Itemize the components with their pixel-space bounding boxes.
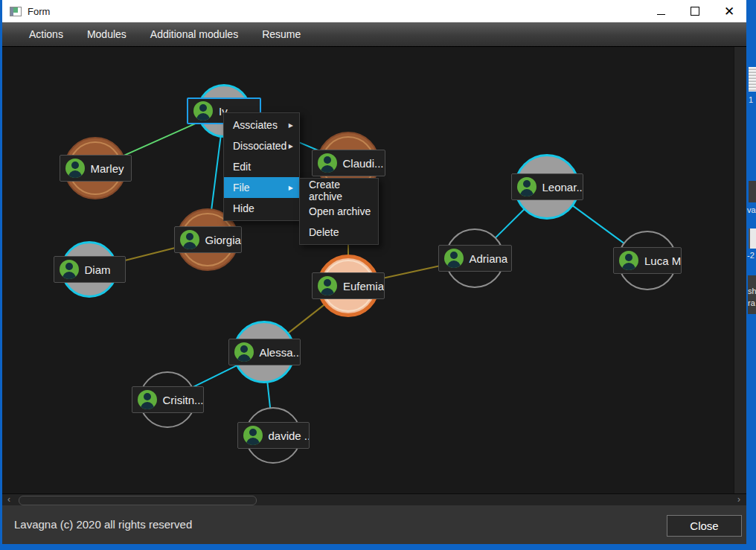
desktop-fragment [749,67,756,92]
node-label-alessa[interactable]: Alessa... [228,339,301,365]
node-label-text: Giorgia... [205,234,242,246]
app-icon [10,7,22,16]
submenu-arrow-icon: ▶ [289,143,293,150]
menu-item-label: Delete [309,226,339,238]
node-label-text: Claudi... [343,157,384,170]
submenu-arrow-icon: ▶ [289,122,293,129]
menubar-item-additional-modules[interactable]: Additional modules [142,28,246,40]
maximize-button[interactable] [678,0,712,22]
desktop-fragment: va [747,205,756,214]
person-icon [318,153,337,173]
person-icon [180,230,199,249]
horizontal-scrollbar[interactable]: ‹ › [2,493,746,505]
node-label-text: Alessa... [260,346,301,359]
close-button[interactable]: Close [667,515,742,537]
menu-item-hide[interactable]: Hide [224,198,299,219]
node-label-leonar[interactable]: Leonar... [511,173,583,200]
node-label-crisitn[interactable]: Crisitn... [132,386,204,413]
menu-item-dissociated[interactable]: Dissociated▶ [224,135,299,156]
menu-item-delete[interactable]: Delete [300,222,378,243]
menu-item-label: Edit [233,161,251,173]
node-label-text: Crisitn... [163,394,204,406]
menu-item-label: File [233,182,250,194]
copyright-text: Lavagna (c) 2020 all rights reserved [14,518,192,531]
person-icon [60,260,79,279]
person-icon [234,342,254,362]
scroll-left-icon[interactable]: ‹ [7,494,10,505]
context-submenu: Create archiveOpen archiveDelete [299,178,379,245]
node-label-text: Luca M... [644,255,682,267]
menubar-item-resume[interactable]: Resume [254,28,309,40]
node-label-text: Diam [85,263,111,276]
desktop-fragment [749,181,756,202]
maximize-icon [691,7,699,16]
node-label-text: Adriana [470,252,508,265]
status-bar: Lavagna (c) 2020 all rights reserved Clo… [2,505,746,544]
window-controls: ✕ [644,0,746,22]
menubar-item-actions[interactable]: Actions [21,28,71,40]
menubar-item-modules[interactable]: Modules [79,28,135,40]
context-menu: Assciates▶Dissociated▶EditFile▶Hide [223,112,300,221]
menu-item-create-archive[interactable]: Create archive [300,180,378,201]
person-icon [138,390,157,409]
node-label-text: Eufemia [343,280,384,292]
node-label-marley[interactable]: Marley [60,155,132,182]
menu-item-file[interactable]: File▶ [224,177,299,198]
desktop-fragment: sh [748,287,756,295]
person-icon [619,251,638,270]
person-icon [65,159,85,178]
horizontal-scrollbar-thumb[interactable] [19,496,257,505]
scroll-right-icon[interactable]: › [737,494,740,505]
person-icon [318,276,337,295]
person-icon [193,101,213,121]
node-label-text: Marley [91,162,124,175]
node-label-davide[interactable]: davide ... [237,422,310,449]
node-label-luca[interactable]: Luca M... [613,247,682,274]
menu-item-label: Dissociated [233,140,286,152]
menu-item-label: Create archive [309,179,372,202]
close-window-button[interactable]: ✕ [712,0,746,22]
node-label-giorgia[interactable]: Giorgia... [174,226,242,253]
window-title: Form [28,6,50,17]
graph-canvas[interactable]: Assciates▶Dissociated▶EditFile▶Hide Crea… [2,46,746,494]
title-bar: Form ✕ [2,0,746,22]
person-icon [444,249,464,268]
close-icon: ✕ [724,5,734,18]
menu-item-edit[interactable]: Edit [224,156,299,177]
node-label-eufemia[interactable]: Eufemia [312,272,385,299]
desktop-fragment [749,228,756,249]
menu-item-open-archive[interactable]: Open archive [300,201,378,222]
node-label-text: Leonar... [542,181,583,194]
desktop-fragment: 1 [749,95,753,104]
menu-item-label: Open archive [309,205,371,217]
node-label-claudi[interactable]: Claudi... [312,150,385,176]
submenu-arrow-icon: ▶ [289,185,293,191]
menu-item-assciates[interactable]: Assciates▶ [224,115,299,135]
menu-item-label: Hide [233,202,254,214]
menu-item-label: Assciates [233,119,278,131]
desktop-fragment: ra [748,298,755,307]
node-label-text: davide ... [269,429,310,442]
minimize-icon [657,14,665,15]
person-icon [243,426,263,445]
minimize-button[interactable] [644,0,678,22]
person-icon [517,177,536,196]
menu-bar: ActionsModulesAdditional modulesResume [2,22,746,46]
desktop-fragment: -2 [747,251,755,260]
node-label-adriana[interactable]: Adriana [438,245,512,272]
node-label-diam[interactable]: Diam [54,256,126,283]
